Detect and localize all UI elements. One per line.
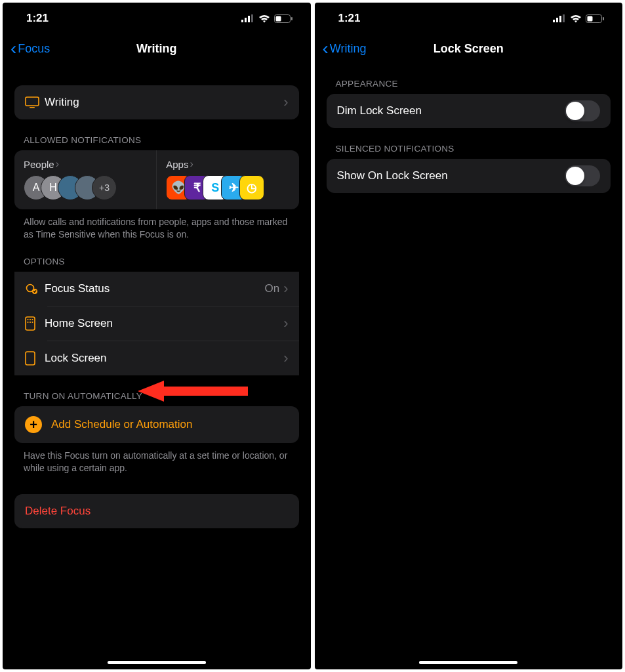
lock-screen-icon: [25, 351, 45, 366]
svg-rect-2: [248, 16, 250, 22]
silenced-header: SILENCED NOTIFICATIONS: [327, 128, 611, 159]
wifi-icon: [258, 14, 270, 23]
home-screen-icon: [25, 316, 45, 331]
home-indicator[interactable]: [108, 661, 206, 664]
svg-point-13: [30, 319, 31, 320]
svg-rect-26: [603, 17, 604, 20]
auto-header: TURN ON AUTOMATICALLY: [14, 375, 299, 406]
delete-focus-row[interactable]: Delete Focus: [14, 494, 299, 528]
svg-point-17: [31, 322, 33, 323]
svg-point-14: [31, 319, 33, 320]
content-area: APPEARANCE Dim Lock Screen SILENCED NOTI…: [315, 63, 623, 669]
status-time: 1:21: [338, 12, 361, 25]
status-bar: 1:21: [315, 3, 623, 34]
option-detail: On: [264, 282, 279, 295]
option-label: Lock Screen: [45, 352, 283, 365]
battery-icon: [274, 14, 292, 23]
svg-rect-1: [245, 18, 247, 22]
option-label: Home Screen: [45, 317, 283, 330]
option-row-lock-screen[interactable]: Lock Screen›: [14, 341, 299, 375]
svg-rect-25: [588, 16, 593, 21]
delete-label: Delete Focus: [25, 505, 91, 518]
status-time: 1:21: [26, 12, 49, 25]
cellular-icon: [241, 14, 254, 22]
svg-rect-20: [553, 20, 555, 22]
plus-icon: +: [25, 416, 42, 433]
chevron-right-icon: ›: [283, 350, 288, 367]
back-button[interactable]: ‹ Writing: [323, 39, 367, 58]
phone-right-lock-screen-settings: 1:21 ‹ Writing Lock Screen APPEARANCE Di…: [315, 3, 623, 669]
svg-rect-7: [26, 97, 39, 106]
svg-rect-0: [241, 20, 243, 22]
dim-toggle[interactable]: [565, 100, 600, 121]
people-label: People: [24, 159, 54, 170]
appearance-header: APPEARANCE: [327, 63, 611, 94]
avatar: +3: [92, 175, 117, 200]
svg-rect-18: [26, 352, 35, 365]
phone-left-writing-settings: 1:21 ‹ Focus Writing Writing › ALLOWED N…: [3, 3, 311, 669]
nav-bar: ‹ Focus Writing: [3, 34, 311, 63]
svg-rect-6: [291, 17, 292, 20]
chevron-left-icon: ‹: [10, 39, 16, 58]
hero-label: Writing: [45, 96, 283, 109]
chevron-right-icon: ›: [283, 315, 288, 332]
allowed-footer: Allow calls and notifications from peopl…: [14, 209, 299, 241]
chevron-right-icon: ›: [56, 158, 59, 170]
focus-status-icon: [25, 282, 45, 296]
back-label: Writing: [330, 42, 367, 56]
nav-bar: ‹ Writing Lock Screen: [315, 34, 623, 63]
options-block: Focus StatusOn›Home Screen›Lock Screen›: [14, 272, 299, 375]
content-area: Writing › ALLOWED NOTIFICATIONS People ›…: [3, 63, 311, 669]
svg-rect-8: [30, 107, 35, 108]
svg-rect-23: [563, 14, 565, 22]
chevron-right-icon: ›: [283, 94, 288, 111]
svg-point-12: [27, 319, 28, 320]
people-avatars: AH+3: [24, 175, 147, 200]
allowed-apps[interactable]: Apps › 👽₹S✈◷: [157, 150, 298, 209]
monitor-icon: [25, 96, 45, 108]
focus-hero-row[interactable]: Writing ›: [14, 85, 299, 119]
show-label: Show On Lock Screen: [337, 169, 565, 182]
chevron-right-icon: ›: [283, 280, 288, 297]
app-icons: 👽₹S✈◷: [166, 175, 289, 200]
svg-rect-22: [559, 16, 561, 22]
app-icon: ◷: [239, 175, 264, 200]
status-icons: [553, 14, 604, 23]
option-row-home-screen[interactable]: Home Screen›: [14, 306, 299, 341]
svg-rect-5: [275, 16, 281, 21]
dim-lock-screen-row: Dim Lock Screen: [327, 94, 611, 128]
add-schedule-row[interactable]: + Add Schedule or Automation: [14, 406, 299, 443]
allowed-notifications-block: People › AH+3 Apps › 👽₹S✈◷: [14, 150, 299, 209]
back-label: Focus: [18, 42, 50, 56]
svg-point-16: [30, 322, 31, 323]
chevron-left-icon: ‹: [323, 39, 329, 58]
status-bar: 1:21: [3, 3, 311, 34]
show-on-lock-screen-row: Show On Lock Screen: [327, 159, 611, 193]
cellular-icon: [553, 14, 566, 22]
auto-footer: Have this Focus turn on automatically at…: [14, 443, 299, 474]
add-schedule-label: Add Schedule or Automation: [51, 418, 192, 431]
option-row-focus-status[interactable]: Focus StatusOn›: [14, 272, 299, 306]
options-header: OPTIONS: [14, 241, 299, 272]
chevron-right-icon: ›: [190, 158, 193, 170]
status-icons: [241, 14, 292, 23]
home-indicator[interactable]: [419, 661, 517, 664]
option-label: Focus Status: [45, 282, 264, 295]
dim-label: Dim Lock Screen: [337, 104, 565, 117]
allowed-header: ALLOWED NOTIFICATIONS: [14, 119, 299, 150]
svg-point-15: [27, 322, 28, 323]
allowed-people[interactable]: People › AH+3: [14, 150, 157, 209]
apps-label: Apps: [166, 159, 188, 170]
show-toggle[interactable]: [565, 165, 600, 186]
back-button[interactable]: ‹ Focus: [10, 39, 50, 58]
svg-rect-21: [556, 18, 558, 22]
battery-icon: [586, 14, 604, 23]
wifi-icon: [570, 14, 582, 23]
svg-rect-3: [251, 14, 253, 22]
